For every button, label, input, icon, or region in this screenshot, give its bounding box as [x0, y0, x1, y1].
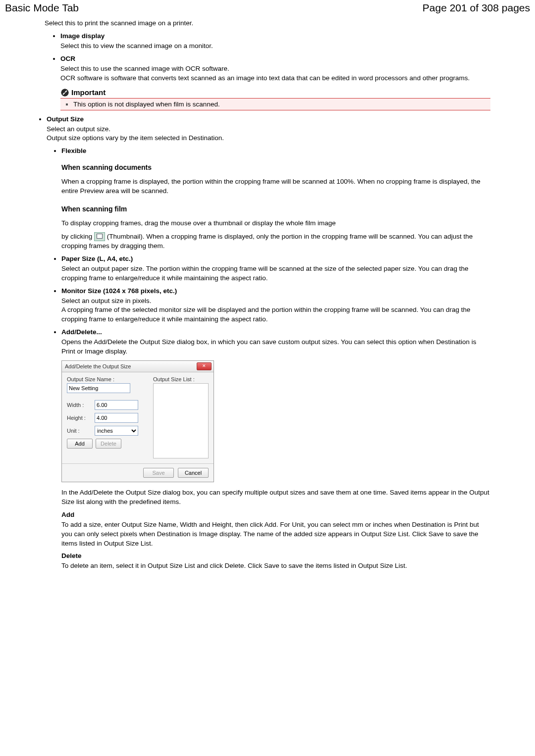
- output-size-desc: Select an output size. Output size optio…: [47, 125, 490, 144]
- image-display-desc: Select this to view the scanned image on…: [60, 42, 490, 51]
- delete-button[interactable]: Delete: [96, 439, 121, 449]
- delete-body: To delete an item, select it in Output S…: [61, 561, 490, 571]
- thumbnail-icon: [94, 232, 105, 241]
- paper-size-label: Paper Size (L, A4, etc.): [61, 255, 133, 262]
- ocr-label: OCR: [60, 55, 75, 62]
- unit-label: Unit :: [67, 428, 92, 434]
- add-head: Add: [61, 511, 490, 518]
- add-body: To add a size, enter Output Size Name, W…: [61, 520, 490, 549]
- height-label: Height :: [67, 415, 92, 421]
- flex-docs-head: When scanning documents: [61, 163, 490, 171]
- paper-size-desc: Select an output paper size. The portion…: [61, 264, 490, 283]
- important-title: Important: [71, 88, 106, 97]
- close-icon[interactable]: ✕: [197, 362, 212, 370]
- important-body: This option is not displayed when film i…: [60, 99, 490, 110]
- width-label: Width :: [67, 402, 92, 408]
- add-delete-label: Add/Delete...: [61, 328, 102, 336]
- add-delete-dialog: Add/Delete the Output Size ✕ Output Size…: [61, 360, 214, 482]
- output-list-label: Output Size List :: [153, 376, 209, 382]
- print-desc: Select this to print the scanned image o…: [45, 19, 490, 28]
- flexible-label: Flexible: [61, 147, 86, 154]
- flex-film-body1: To display cropping frames, drag the mou…: [61, 219, 490, 228]
- page-header: Basic Mode Tab Page 201 of 308 pages: [0, 0, 535, 17]
- flex-docs-body: When a cropping frame is displayed, the …: [61, 177, 490, 196]
- ocr-desc: Select this to use the scanned image wit…: [60, 64, 490, 83]
- monitor-size-desc: Select an output size in pixels. A cropp…: [61, 297, 490, 325]
- delete-head: Delete: [61, 552, 490, 559]
- flex-film-body2: by clicking (Thumbnail). When a cropping…: [61, 232, 490, 251]
- output-name-label: Output Size Name :: [67, 376, 147, 382]
- image-display-label: Image display: [60, 32, 105, 40]
- content-area: Select this to print the scanned image o…: [0, 19, 535, 585]
- monitor-size-label: Monitor Size (1024 x 768 pixels, etc.): [61, 287, 177, 295]
- add-delete-desc: Opens the Add/Delete the Output Size dia…: [61, 338, 490, 356]
- height-input[interactable]: [95, 413, 138, 423]
- dialog-titlebar: Add/Delete the Output Size ✕: [62, 361, 214, 372]
- unit-select[interactable]: inches: [95, 426, 138, 436]
- prohibit-icon: [60, 88, 69, 97]
- flex-film-pre: by clicking: [61, 233, 94, 240]
- flex-film-post: (Thumbnail). When a cropping frame is di…: [61, 233, 473, 250]
- output-name-input[interactable]: [67, 383, 130, 393]
- output-size-label: Output Size: [47, 115, 84, 123]
- save-button[interactable]: Save: [143, 468, 174, 478]
- page-counter: Page 201 of 308 pages: [423, 2, 530, 14]
- important-note: This option is not displayed when film i…: [73, 101, 220, 108]
- flex-film-head: When scanning film: [61, 205, 490, 213]
- add-button[interactable]: Add: [67, 439, 93, 449]
- output-size-list[interactable]: [153, 383, 209, 458]
- page-title: Basic Mode Tab: [5, 2, 79, 14]
- important-header: Important: [60, 88, 490, 99]
- width-input[interactable]: [95, 400, 138, 410]
- cancel-button[interactable]: Cancel: [178, 468, 209, 478]
- dialog-title: Add/Delete the Output Size: [65, 363, 131, 369]
- after-dialog-text: In the Add/Delete the Output Size dialog…: [61, 488, 490, 507]
